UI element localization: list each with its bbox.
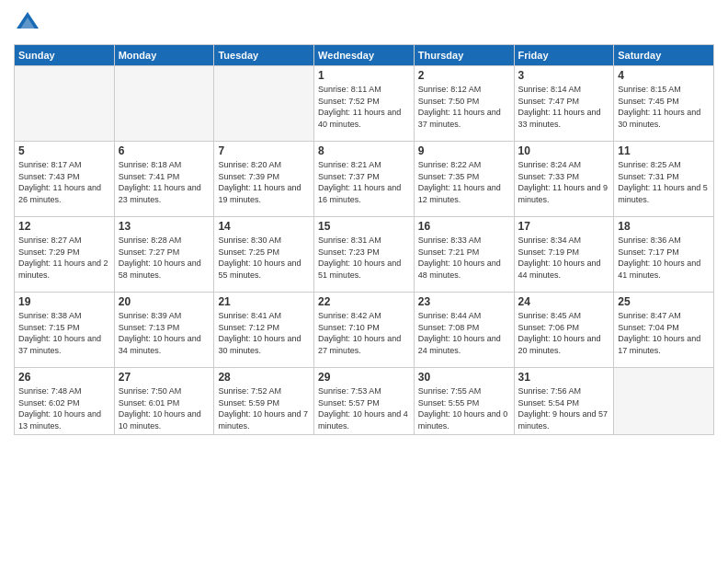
day-number-11: 11: [618, 144, 710, 157]
calendar: SundayMondayTuesdayWednesdayThursdayFrid…: [14, 44, 714, 435]
day-info-3: Sunrise: 8:14 AMSunset: 7:47 PMDaylight:…: [518, 84, 610, 130]
day-number-20: 20: [119, 295, 210, 308]
day-info-2: Sunrise: 8:12 AMSunset: 7:50 PMDaylight:…: [418, 84, 510, 130]
day-number-7: 7: [218, 144, 310, 157]
day-number-9: 9: [418, 144, 510, 157]
day-info-25: Sunrise: 8:47 AMSunset: 7:04 PMDaylight:…: [618, 310, 710, 356]
day-number-10: 10: [518, 144, 610, 157]
calendar-row-3: 19Sunrise: 8:38 AMSunset: 7:15 PMDayligh…: [15, 293, 714, 368]
day-info-23: Sunrise: 8:44 AMSunset: 7:08 PMDaylight:…: [418, 310, 510, 356]
calendar-cell-18: 18Sunrise: 8:36 AMSunset: 7:17 PMDayligh…: [614, 217, 714, 293]
day-info-21: Sunrise: 8:41 AMSunset: 7:12 PMDaylight:…: [218, 310, 310, 356]
calendar-cell-15: 15Sunrise: 8:31 AMSunset: 7:23 PMDayligh…: [314, 217, 415, 293]
calendar-cell-12: 12Sunrise: 8:27 AMSunset: 7:29 PMDayligh…: [15, 217, 115, 293]
calendar-cell-10: 10Sunrise: 8:24 AMSunset: 7:33 PMDayligh…: [514, 142, 614, 217]
calendar-cell-23: 23Sunrise: 8:44 AMSunset: 7:08 PMDayligh…: [414, 293, 514, 368]
day-info-22: Sunrise: 8:42 AMSunset: 7:10 PMDaylight:…: [318, 310, 410, 356]
day-number-28: 28: [218, 371, 310, 384]
weekday-header-sunday: Sunday: [15, 45, 115, 66]
day-number-21: 21: [218, 295, 310, 308]
day-info-10: Sunrise: 8:24 AMSunset: 7:33 PMDaylight:…: [518, 159, 610, 205]
calendar-row-0: 1Sunrise: 8:11 AMSunset: 7:52 PMDaylight…: [15, 66, 714, 142]
day-info-24: Sunrise: 8:45 AMSunset: 7:06 PMDaylight:…: [518, 310, 610, 356]
calendar-cell-3: 3Sunrise: 8:14 AMSunset: 7:47 PMDaylight…: [514, 66, 614, 142]
day-number-22: 22: [318, 295, 410, 308]
calendar-cell-20: 20Sunrise: 8:39 AMSunset: 7:13 PMDayligh…: [114, 293, 214, 368]
day-info-4: Sunrise: 8:15 AMSunset: 7:45 PMDaylight:…: [618, 84, 710, 130]
weekday-header-thursday: Thursday: [414, 45, 514, 66]
day-info-1: Sunrise: 8:11 AMSunset: 7:52 PMDaylight:…: [318, 84, 410, 130]
weekday-header-friday: Friday: [514, 45, 614, 66]
calendar-cell-24: 24Sunrise: 8:45 AMSunset: 7:06 PMDayligh…: [514, 293, 614, 368]
weekday-header-tuesday: Tuesday: [214, 45, 314, 66]
day-info-18: Sunrise: 8:36 AMSunset: 7:17 PMDaylight:…: [618, 235, 710, 281]
calendar-cell-8: 8Sunrise: 8:21 AMSunset: 7:37 PMDaylight…: [314, 142, 415, 217]
day-number-5: 5: [18, 144, 110, 157]
calendar-cell-9: 9Sunrise: 8:22 AMSunset: 7:35 PMDaylight…: [414, 142, 514, 217]
day-info-29: Sunrise: 7:53 AMSunset: 5:57 PMDaylight:…: [318, 385, 410, 431]
day-info-6: Sunrise: 8:18 AMSunset: 7:41 PMDaylight:…: [119, 159, 210, 205]
day-number-23: 23: [418, 295, 510, 308]
day-number-6: 6: [119, 144, 210, 157]
day-number-29: 29: [318, 371, 410, 384]
day-number-1: 1: [318, 69, 410, 82]
day-info-5: Sunrise: 8:17 AMSunset: 7:43 PMDaylight:…: [18, 159, 110, 205]
calendar-cell-6: 6Sunrise: 8:18 AMSunset: 7:41 PMDaylight…: [114, 142, 214, 217]
day-number-13: 13: [119, 220, 210, 233]
calendar-row-4: 26Sunrise: 7:48 AMSunset: 6:02 PMDayligh…: [15, 368, 714, 435]
header: [14, 9, 714, 37]
calendar-cell-16: 16Sunrise: 8:33 AMSunset: 7:21 PMDayligh…: [414, 217, 514, 293]
day-info-17: Sunrise: 8:34 AMSunset: 7:19 PMDaylight:…: [518, 235, 610, 281]
calendar-cell-30: 30Sunrise: 7:55 AMSunset: 5:55 PMDayligh…: [414, 368, 514, 435]
calendar-cell-empty-1: [114, 66, 214, 142]
calendar-cell-4: 4Sunrise: 8:15 AMSunset: 7:45 PMDaylight…: [614, 66, 714, 142]
day-number-4: 4: [618, 69, 710, 82]
logo: [14, 9, 45, 37]
calendar-cell-17: 17Sunrise: 8:34 AMSunset: 7:19 PMDayligh…: [514, 217, 614, 293]
day-info-19: Sunrise: 8:38 AMSunset: 7:15 PMDaylight:…: [18, 310, 110, 356]
calendar-cell-empty-2: [214, 66, 314, 142]
day-info-7: Sunrise: 8:20 AMSunset: 7:39 PMDaylight:…: [218, 159, 310, 205]
calendar-cell-29: 29Sunrise: 7:53 AMSunset: 5:57 PMDayligh…: [314, 368, 415, 435]
day-info-13: Sunrise: 8:28 AMSunset: 7:27 PMDaylight:…: [119, 235, 210, 281]
calendar-cell-21: 21Sunrise: 8:41 AMSunset: 7:12 PMDayligh…: [214, 293, 314, 368]
day-info-20: Sunrise: 8:39 AMSunset: 7:13 PMDaylight:…: [119, 310, 210, 356]
day-info-16: Sunrise: 8:33 AMSunset: 7:21 PMDaylight:…: [418, 235, 510, 281]
day-number-3: 3: [518, 69, 610, 82]
day-number-14: 14: [218, 220, 310, 233]
page: SundayMondayTuesdayWednesdayThursdayFrid…: [0, 0, 728, 563]
day-number-24: 24: [518, 295, 610, 308]
day-info-15: Sunrise: 8:31 AMSunset: 7:23 PMDaylight:…: [318, 235, 410, 281]
calendar-cell-22: 22Sunrise: 8:42 AMSunset: 7:10 PMDayligh…: [314, 293, 415, 368]
day-number-2: 2: [418, 69, 510, 82]
weekday-header-saturday: Saturday: [614, 45, 714, 66]
calendar-cell-19: 19Sunrise: 8:38 AMSunset: 7:15 PMDayligh…: [15, 293, 115, 368]
calendar-row-2: 12Sunrise: 8:27 AMSunset: 7:29 PMDayligh…: [15, 217, 714, 293]
day-info-12: Sunrise: 8:27 AMSunset: 7:29 PMDaylight:…: [18, 235, 110, 281]
calendar-cell-5: 5Sunrise: 8:17 AMSunset: 7:43 PMDaylight…: [15, 142, 115, 217]
day-number-19: 19: [18, 295, 110, 308]
day-info-8: Sunrise: 8:21 AMSunset: 7:37 PMDaylight:…: [318, 159, 410, 205]
day-info-14: Sunrise: 8:30 AMSunset: 7:25 PMDaylight:…: [218, 235, 310, 281]
calendar-cell-empty-0: [15, 66, 115, 142]
day-number-8: 8: [318, 144, 410, 157]
calendar-cell-14: 14Sunrise: 8:30 AMSunset: 7:25 PMDayligh…: [214, 217, 314, 293]
calendar-cell-28: 28Sunrise: 7:52 AMSunset: 5:59 PMDayligh…: [214, 368, 314, 435]
day-number-30: 30: [418, 371, 510, 384]
day-info-28: Sunrise: 7:52 AMSunset: 5:59 PMDaylight:…: [218, 385, 310, 431]
day-number-27: 27: [119, 371, 210, 384]
day-number-15: 15: [318, 220, 410, 233]
calendar-cell-1: 1Sunrise: 8:11 AMSunset: 7:52 PMDaylight…: [314, 66, 415, 142]
calendar-cell-11: 11Sunrise: 8:25 AMSunset: 7:31 PMDayligh…: [614, 142, 714, 217]
calendar-cell-26: 26Sunrise: 7:48 AMSunset: 6:02 PMDayligh…: [15, 368, 115, 435]
calendar-cell-27: 27Sunrise: 7:50 AMSunset: 6:01 PMDayligh…: [114, 368, 214, 435]
day-number-17: 17: [518, 220, 610, 233]
calendar-cell-7: 7Sunrise: 8:20 AMSunset: 7:39 PMDaylight…: [214, 142, 314, 217]
day-info-11: Sunrise: 8:25 AMSunset: 7:31 PMDaylight:…: [618, 159, 710, 205]
day-info-26: Sunrise: 7:48 AMSunset: 6:02 PMDaylight:…: [18, 385, 110, 431]
day-info-31: Sunrise: 7:56 AMSunset: 5:54 PMDaylight:…: [518, 385, 610, 431]
day-number-26: 26: [18, 371, 110, 384]
day-info-27: Sunrise: 7:50 AMSunset: 6:01 PMDaylight:…: [119, 385, 210, 431]
calendar-header-row: SundayMondayTuesdayWednesdayThursdayFrid…: [15, 45, 714, 66]
day-number-12: 12: [18, 220, 110, 233]
